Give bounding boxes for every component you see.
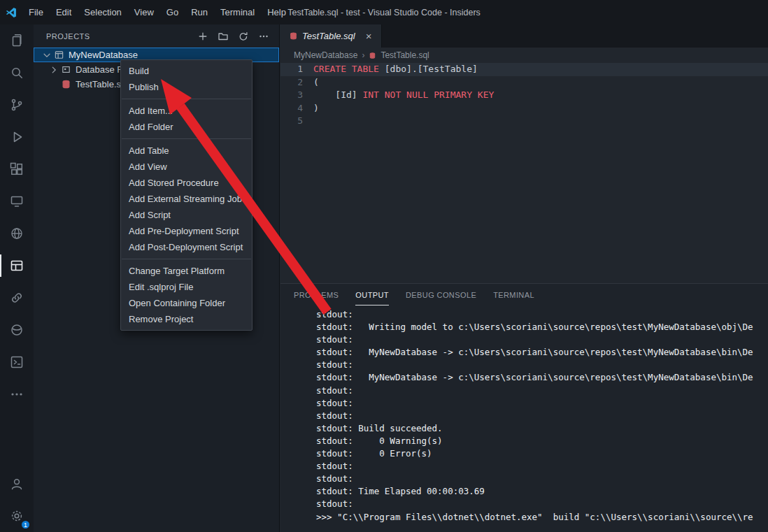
context-menu-item-publish[interactable]: Publish [121, 79, 252, 95]
connections-icon[interactable] [0, 282, 34, 314]
output-line: stdout: [316, 410, 768, 422]
menu-go[interactable]: Go [160, 0, 185, 24]
explorer-icon[interactable] [0, 24, 34, 57]
more-views-icon[interactable] [0, 378, 34, 410]
new-project-icon[interactable] [195, 29, 210, 43]
menu-terminal[interactable]: Terminal [214, 0, 261, 24]
sidebar-title: PROJECTS [46, 32, 90, 41]
breadcrumb-separator-icon: › [362, 50, 364, 60]
run-and-debug-icon[interactable] [0, 121, 34, 153]
context-menu-item-edit-sqlproj-file[interactable]: Edit .sqlproj File [121, 279, 252, 295]
sql-file-icon [59, 79, 72, 89]
context-menu-item-add-table[interactable]: Add Table [121, 143, 252, 159]
notebooks-icon[interactable] [0, 346, 34, 378]
tree-item-label: MyNewDatabase [69, 50, 138, 60]
menu-separator [122, 259, 251, 259]
code-token: CREATE TABLE [313, 64, 379, 74]
source-control-icon[interactable] [0, 89, 34, 121]
open-folder-icon[interactable] [215, 29, 230, 43]
refresh-icon[interactable] [236, 29, 250, 43]
code-text: ( [313, 76, 319, 89]
context-menu-item-add-item[interactable]: Add Item... [121, 103, 252, 119]
panel-tab-terminal[interactable]: TERMINAL [493, 285, 534, 305]
output-line: stdout: MyNewDatabase -> c:\Users\scoria… [316, 346, 768, 359]
settings-badge: 1 [20, 519, 31, 530]
breadcrumb: MyNewDatabase › TestTable.sql [280, 48, 768, 63]
panel-tab-output[interactable]: OUTPUT [355, 285, 389, 305]
more-actions-icon[interactable] [256, 29, 271, 43]
context-menu-item-add-external-streaming-job[interactable]: Add External Streaming Job [121, 191, 252, 207]
menu-view[interactable]: View [128, 0, 160, 24]
menu-edit[interactable]: Edit [50, 0, 78, 24]
code-line[interactable]: 4) [280, 102, 768, 115]
breadcrumb-file[interactable]: TestTable.sql [381, 50, 429, 60]
chevron-down-icon[interactable] [41, 49, 52, 61]
output-line: stdout: [316, 498, 768, 510]
code-token: ( [313, 77, 319, 87]
panel-tabs: PROBLEMSOUTPUTDEBUG CONSOLETERMINAL [280, 284, 768, 305]
remote-explorer-icon[interactable] [0, 185, 34, 217]
output-line: stdout: [316, 397, 768, 410]
code-text: CREATE TABLE [dbo].[TestTable] [313, 63, 478, 76]
context-menu-item-add-pre-deployment-script[interactable]: Add Pre-Deployment Script [121, 223, 252, 239]
panel-tab-debug-console[interactable]: DEBUG CONSOLE [406, 285, 476, 305]
code-token: [dbo].[TestTable] [379, 64, 478, 74]
sql-file-icon [289, 31, 298, 41]
output-line: stdout: 0 Warning(s) [316, 435, 768, 447]
panel-tab-problems[interactable]: PROBLEMS [294, 285, 339, 305]
breadcrumb-project[interactable]: MyNewDatabase [294, 50, 357, 60]
context-menu-item-add-script[interactable]: Add Script [121, 207, 252, 223]
bottom-panel: PROBLEMSOUTPUTDEBUG CONSOLETERMINAL stdo… [280, 283, 768, 532]
output-line: stdout: [316, 359, 768, 371]
output-line: >>> "C:\\Program Files\\dotnet\\dotnet.e… [316, 511, 768, 524]
output-line: stdout: 0 Error(s) [316, 447, 768, 460]
sidebar-header: PROJECTS [34, 24, 279, 48]
context-menu-item-remove-project[interactable]: Remove Project [121, 311, 252, 327]
code-line[interactable]: 1CREATE TABLE [dbo].[TestTable] [280, 63, 768, 76]
sql-server-icon[interactable] [0, 314, 34, 346]
chevron-right-icon[interactable] [48, 64, 59, 76]
context-menu-item-add-stored-procedure[interactable]: Add Stored Procedure [121, 175, 252, 191]
tab-testtable-sql[interactable]: TestTable.sql × [280, 24, 382, 48]
vscode-window: TestTable.sql - test - Visual Studio Cod… [0, 0, 768, 532]
vscode-insiders-logo [0, 6, 22, 19]
twisty-spacer [48, 78, 59, 90]
context-menu-item-add-post-deployment-script[interactable]: Add Post-Deployment Script [121, 239, 252, 255]
context-menu-item-add-view[interactable]: Add View [121, 159, 252, 175]
context-menu-item-build[interactable]: Build [121, 63, 252, 79]
editor-tabbar: TestTable.sql × [280, 24, 768, 48]
extensions-icon[interactable] [0, 153, 34, 185]
context-menu-item-change-target-platform[interactable]: Change Target Platform [121, 263, 252, 279]
output-line: stdout: [316, 384, 768, 397]
code-line[interactable]: 2( [280, 76, 768, 89]
context-menu-item-add-folder[interactable]: Add Folder [121, 119, 252, 135]
database-project-icon [52, 50, 65, 60]
menubar: FileEditSelectionViewGoRunTerminalHelp [22, 0, 292, 24]
menu-separator [122, 138, 251, 139]
menu-help[interactable]: Help [261, 0, 292, 24]
output-line: stdout: [316, 473, 768, 485]
code-line[interactable]: 5 [280, 115, 768, 128]
menu-run[interactable]: Run [185, 0, 214, 24]
account-icon[interactable] [0, 468, 34, 500]
code-token: INT NOT NULL PRIMARY KEY [362, 89, 494, 100]
search-icon[interactable] [0, 57, 34, 89]
output-console[interactable]: stdout:stdout: Writing model to c:\Users… [280, 306, 768, 532]
output-line: stdout: Build succeeded. [316, 422, 768, 435]
context-menu-item-open-containing-folder[interactable]: Open Containing Folder [121, 295, 252, 311]
output-line: stdout: [316, 333, 768, 346]
settings-gear-icon[interactable]: 1 [0, 500, 34, 532]
code-text: ) [313, 102, 319, 115]
code-lines: 1CREATE TABLE [dbo].[TestTable]2(3 [Id] … [280, 63, 768, 128]
output-line: stdout: [316, 308, 768, 321]
activity-bar: 1 [0, 24, 34, 532]
line-number: 1 [280, 63, 313, 76]
close-tab-icon[interactable]: × [362, 29, 376, 43]
database-projects-icon[interactable] [0, 250, 34, 282]
globe-icon[interactable] [0, 217, 34, 250]
code-line[interactable]: 3 [Id] INT NOT NULL PRIMARY KEY [280, 89, 768, 102]
code-editor[interactable]: 1CREATE TABLE [dbo].[TestTable]2(3 [Id] … [280, 63, 768, 283]
output-line: stdout: [316, 460, 768, 473]
menu-file[interactable]: File [22, 0, 50, 24]
menu-selection[interactable]: Selection [78, 0, 127, 24]
